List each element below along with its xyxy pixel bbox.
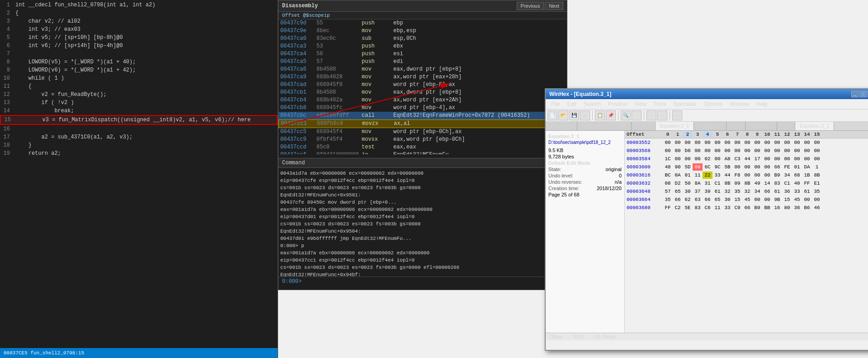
hex-byte[interactable]: 00 — [722, 147, 732, 154]
hex-byte[interactable]: A8 — [722, 155, 732, 162]
hex-byte[interactable]: 5E — [683, 204, 693, 211]
disasm-row[interactable]: 00437ca68b4508moveax,dword ptr [ebp+8] — [278, 66, 567, 73]
hex-byte[interactable]: 00 — [703, 139, 712, 146]
hex-byte[interactable]: 00 — [792, 139, 802, 146]
hex-byte[interactable]: BB — [762, 204, 772, 211]
hex-byte[interactable]: 11 — [693, 172, 703, 179]
new-button[interactable]: 📄 — [547, 110, 557, 120]
hex-byte[interactable]: 6C — [703, 163, 712, 171]
winhex-tab-t71-0[interactable]: T71_0 — [632, 122, 655, 130]
settings-button[interactable]: ⚙ — [672, 110, 682, 120]
hex-byte[interactable]: 00 — [752, 163, 762, 171]
disasm-row[interactable]: 00437cbce891e6fdffcallEqnEdt32!EqnFrameW… — [278, 112, 567, 119]
hex-byte[interactable]: 00 — [812, 139, 822, 146]
hex-byte[interactable]: 00 — [712, 155, 722, 162]
hex-byte[interactable]: 00 — [742, 147, 752, 154]
hex-byte[interactable]: 00 — [732, 147, 742, 154]
winhex-tab-workbook[interactable]: Workbook — [546, 122, 577, 130]
disasm-row[interactable]: 00437ca9668b4028movax,word ptr [eax+28h] — [278, 73, 567, 81]
hex-byte[interactable]: 00 — [703, 147, 712, 154]
hex-byte[interactable]: 00 — [752, 147, 762, 154]
winhex-tab-equation-3-1[interactable]: Equation.3_1 — [656, 122, 694, 130]
hex-byte[interactable]: 00 — [673, 155, 683, 162]
redo-button[interactable]: ↪ — [657, 110, 667, 120]
print-button[interactable]: 🖨 — [580, 110, 590, 120]
hex-byte[interactable]: 49 — [752, 180, 762, 187]
winhex-hex-area[interactable]: Offset0123456789101112131415 00003552000… — [625, 131, 868, 333]
disasm-row[interactable]: 00437ca083ec0csubesp,0Ch — [278, 35, 567, 43]
hex-byte[interactable]: 57 — [663, 188, 673, 195]
hex-byte[interactable]: 15 — [732, 196, 742, 203]
winhex-menu-file[interactable]: File — [547, 100, 563, 108]
hex-byte[interactable]: 37 — [693, 188, 703, 195]
hex-byte[interactable]: 00 — [683, 139, 693, 146]
winhex-menu-search[interactable]: Search — [580, 100, 604, 108]
hex-byte[interactable]: 45 — [792, 196, 802, 203]
hex-byte[interactable]: 34 — [752, 188, 762, 195]
disasm-row[interactable]: 00437cb18b4508moveax,dword ptr [ebp+8] — [278, 89, 567, 96]
hex-byte[interactable]: 08 — [663, 180, 673, 187]
winhex-menu-specialist[interactable]: Specialist — [670, 100, 700, 108]
hex-byte[interactable]: 00 — [782, 139, 792, 146]
hex-byte[interactable]: 00 — [812, 147, 822, 154]
hex-byte[interactable]: 35 — [663, 196, 673, 203]
minimize-button[interactable]: _ — [851, 91, 859, 97]
disasm-row[interactable]: 00437ca456pushesi — [278, 50, 567, 58]
hex-byte[interactable]: 00 — [802, 139, 812, 146]
hex-byte[interactable]: 83 — [772, 180, 782, 187]
hex-byte[interactable]: 36 — [782, 188, 792, 195]
hex-byte[interactable]: 35 — [732, 188, 742, 195]
hex-byte[interactable]: 00 — [742, 172, 752, 179]
hex-byte[interactable]: 00 — [663, 147, 673, 154]
hex-byte[interactable]: 00 — [693, 155, 703, 162]
hex-byte[interactable]: 45 — [742, 196, 752, 203]
hex-byte[interactable]: 34 — [782, 172, 792, 179]
hex-data-row[interactable]: 000035680000b000000000000000000000000000 — [625, 147, 868, 155]
hex-byte[interactable]: BC — [663, 172, 673, 179]
hex-byte[interactable]: 44 — [742, 155, 752, 162]
hex-byte[interactable]: 80 — [782, 204, 792, 211]
hex-byte[interactable]: 5D — [683, 163, 693, 171]
hex-byte[interactable]: 00 — [673, 139, 683, 146]
winhex-menu-help[interactable]: Help — [753, 100, 771, 108]
hex-byte[interactable]: 00 — [752, 196, 762, 203]
hex-byte[interactable]: 17 — [752, 155, 762, 162]
maximize-button[interactable]: □ — [859, 91, 867, 97]
hex-byte[interactable]: 1 — [812, 163, 822, 171]
hex-byte[interactable]: 32 — [742, 188, 752, 195]
hex-byte[interactable]: 32 — [722, 188, 732, 195]
hex-byte[interactable]: 1C — [663, 155, 673, 162]
hex-data-row[interactable]: 000035841C0000000200A8C34417000000000000 — [625, 155, 868, 163]
hex-byte[interactable]: 01 — [792, 163, 802, 171]
hex-byte[interactable]: 63 — [693, 196, 703, 203]
hex-byte[interactable]: 33 — [792, 188, 802, 195]
save-button[interactable]: 💾 — [569, 110, 579, 120]
hex-byte[interactable]: 68 — [792, 172, 802, 179]
hex-byte[interactable]: C6 — [703, 204, 712, 211]
hex-byte[interactable]: 00 — [732, 163, 742, 171]
hex-byte[interactable]: 00 — [792, 155, 802, 162]
hex-byte[interactable]: 39 — [703, 188, 712, 195]
hex-byte[interactable]: FF — [663, 204, 673, 211]
hex-byte[interactable]: 00 — [722, 139, 732, 146]
hex-byte[interactable]: 1B — [802, 172, 812, 179]
hex-byte[interactable]: C1 — [782, 180, 792, 187]
hex-byte[interactable]: FE — [782, 163, 792, 171]
hex-byte[interactable]: 8B — [812, 172, 822, 179]
hex-byte[interactable]: C1 — [712, 180, 722, 187]
winhex-menu-position[interactable]: Position — [604, 100, 631, 108]
hex-byte[interactable]: 35 — [812, 188, 822, 195]
hex-byte[interactable]: 00 — [712, 147, 722, 154]
winhex-menu-edit[interactable]: Edit — [563, 100, 580, 108]
winhex-tab-properties[interactable]: Properties — [694, 122, 726, 130]
hex-byte[interactable]: C2 — [673, 204, 683, 211]
hex-byte[interactable]: 02 — [703, 155, 712, 162]
hex-byte[interactable]: D2 — [673, 180, 683, 187]
hex-byte[interactable]: 00 — [762, 139, 772, 146]
goto-button[interactable]: → — [632, 110, 642, 120]
hex-byte[interactable]: 00 — [782, 147, 792, 154]
disasm-row[interactable]: 00437cad668945f8movword ptr [ebp-8],ax — [278, 81, 567, 89]
disasm-row[interactable]: 00437cc90fbf45f4movsxeax,word ptr [ebp-0… — [278, 136, 567, 143]
hex-byte[interactable]: 00 — [812, 196, 822, 203]
hex-byte[interactable]: 00 — [792, 147, 802, 154]
